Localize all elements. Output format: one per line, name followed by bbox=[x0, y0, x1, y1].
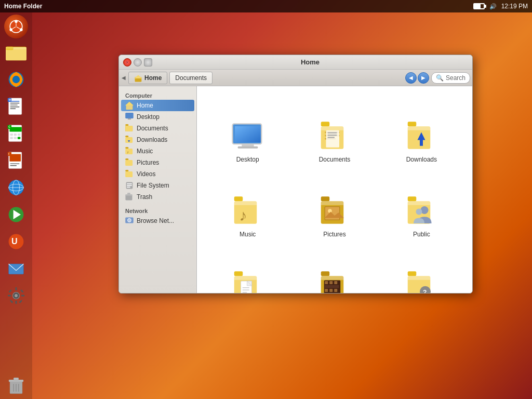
svg-rect-54 bbox=[10, 300, 14, 303]
svg-rect-112 bbox=[234, 201, 257, 205]
svg-text:♪: ♪ bbox=[239, 207, 247, 224]
svg-point-125 bbox=[416, 209, 422, 215]
transmission-button[interactable] bbox=[3, 202, 29, 228]
svg-rect-27 bbox=[14, 137, 17, 139]
file-item-examples[interactable]: ? Examples bbox=[379, 244, 464, 293]
svg-rect-17 bbox=[10, 107, 19, 107]
content-area: Computer Home bbox=[119, 86, 472, 293]
writer-button[interactable]: W bbox=[3, 94, 29, 119]
pictures-sidebar-icon bbox=[125, 158, 134, 167]
svg-rect-147 bbox=[408, 271, 417, 276]
volume-icon[interactable]: 🔊 bbox=[489, 2, 497, 10]
svg-point-47 bbox=[15, 294, 18, 297]
svg-rect-104 bbox=[327, 135, 337, 136]
top-bar-right: 🔊 12:19 PM bbox=[473, 2, 528, 10]
svg-rect-84 bbox=[127, 187, 130, 188]
ubuntu-button[interactable] bbox=[4, 15, 28, 38]
svg-rect-28 bbox=[18, 137, 20, 139]
internet-button[interactable] bbox=[3, 175, 29, 201]
computer-section-label: Computer bbox=[119, 90, 196, 100]
close-button[interactable]: × bbox=[123, 58, 131, 66]
breadcrumb-home[interactable]: Home bbox=[128, 72, 167, 84]
sidebar-item-music[interactable]: ♪ Music bbox=[119, 145, 196, 157]
breadcrumb-documents-label: Documents bbox=[175, 74, 207, 82]
top-bar: Home Folder 🔊 12:19 PM bbox=[0, 0, 532, 12]
svg-point-1 bbox=[15, 20, 18, 23]
music-icon: ♪ bbox=[231, 194, 264, 228]
breadcrumb-home-label: Home bbox=[144, 74, 162, 82]
svg-text:?: ? bbox=[423, 289, 427, 294]
sidebar-trash-label: Trash bbox=[137, 193, 152, 201]
impress-button[interactable]: I bbox=[3, 148, 29, 174]
file-item-public[interactable]: Public bbox=[379, 169, 464, 242]
svg-rect-103 bbox=[327, 132, 337, 134]
file-item-downloads[interactable]: Downloads bbox=[379, 95, 464, 167]
sidebar-item-desktop[interactable]: Desktop bbox=[119, 111, 196, 123]
svg-point-2 bbox=[20, 28, 23, 31]
svg-rect-35 bbox=[8, 152, 11, 156]
network-section-label: Network bbox=[119, 206, 196, 215]
maximize-button[interactable] bbox=[144, 58, 152, 66]
file-item-desktop[interactable]: Desktop bbox=[205, 95, 290, 167]
sidebar-item-downloads[interactable]: Downloads bbox=[119, 134, 196, 145]
svg-rect-143 bbox=[329, 289, 332, 292]
svg-rect-128 bbox=[234, 276, 257, 280]
videos-icon bbox=[318, 269, 351, 293]
sidebar-item-filesystem[interactable]: File System bbox=[119, 180, 196, 191]
search-box[interactable]: 🔍 Search bbox=[431, 72, 470, 84]
svg-rect-26 bbox=[10, 137, 12, 139]
file-item-music[interactable]: ♪ Music bbox=[205, 169, 290, 242]
sidebar-item-home[interactable]: Home bbox=[121, 100, 194, 111]
svg-text:W: W bbox=[9, 98, 11, 101]
sidebar-home-label: Home bbox=[137, 102, 153, 109]
documents-file-label: Documents bbox=[319, 156, 351, 163]
svg-rect-134 bbox=[242, 292, 247, 293]
file-item-templates[interactable]: Templates bbox=[205, 244, 290, 293]
svg-rect-133 bbox=[242, 290, 249, 291]
svg-rect-95 bbox=[235, 126, 261, 142]
svg-rect-48 bbox=[16, 287, 17, 290]
sidebar-item-documents[interactable]: Documents bbox=[119, 123, 196, 134]
svg-point-3 bbox=[9, 28, 12, 31]
svg-rect-75 bbox=[125, 147, 128, 149]
nav-forward-button[interactable]: ▶ bbox=[418, 72, 429, 84]
calc-button[interactable]: C bbox=[3, 121, 29, 147]
sidebar-item-videos[interactable]: Videos bbox=[119, 168, 196, 180]
files-button[interactable] bbox=[3, 39, 29, 65]
svg-rect-80 bbox=[125, 170, 128, 171]
svg-rect-139 bbox=[325, 281, 328, 284]
svg-rect-144 bbox=[334, 289, 337, 292]
nav-back-button[interactable]: ◀ bbox=[405, 72, 417, 84]
search-icon: 🔍 bbox=[436, 74, 444, 82]
file-grid: Desktop bbox=[197, 86, 472, 293]
sidebar-desktop-label: Desktop bbox=[137, 113, 159, 121]
svg-rect-25 bbox=[18, 134, 20, 136]
firefox-button[interactable] bbox=[3, 66, 29, 92]
trash-dock-button[interactable] bbox=[3, 373, 29, 399]
svg-rect-141 bbox=[334, 281, 337, 284]
ubiquity-button[interactable]: U bbox=[3, 229, 29, 255]
svg-rect-132 bbox=[242, 287, 249, 288]
sidebar-item-pictures[interactable]: Pictures bbox=[119, 157, 196, 168]
svg-rect-51 bbox=[21, 295, 24, 297]
svg-rect-78 bbox=[125, 158, 128, 160]
svg-rect-123 bbox=[408, 201, 431, 205]
file-item-videos[interactable]: Videos bbox=[292, 244, 377, 293]
file-item-documents[interactable]: Documents bbox=[292, 95, 377, 167]
svg-rect-83 bbox=[127, 185, 132, 186]
sidebar-filesystem-label: File System bbox=[137, 182, 169, 189]
public-icon bbox=[405, 194, 438, 228]
sidebar-item-trash[interactable]: Trash bbox=[119, 191, 196, 203]
file-item-pictures[interactable]: Pictures bbox=[292, 169, 377, 242]
svg-rect-72 bbox=[125, 136, 128, 137]
breadcrumb-documents[interactable]: Documents bbox=[169, 72, 212, 84]
settings-button[interactable] bbox=[3, 283, 29, 309]
svg-rect-137 bbox=[321, 276, 344, 280]
back-arrow[interactable]: ◀ bbox=[121, 73, 126, 83]
network-sidebar-icon bbox=[125, 217, 134, 225]
templates-icon bbox=[231, 269, 264, 293]
svg-rect-33 bbox=[10, 163, 19, 164]
mail-button[interactable] bbox=[3, 256, 29, 282]
sidebar-item-network[interactable]: Browse Net... bbox=[119, 215, 196, 227]
minimize-button[interactable] bbox=[134, 58, 142, 66]
